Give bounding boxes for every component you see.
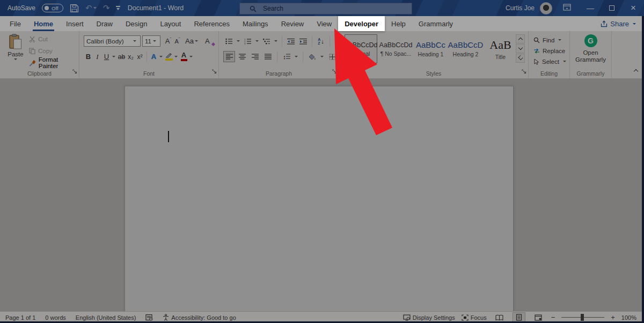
maximize-icon bbox=[609, 5, 614, 11]
shading-button[interactable] bbox=[306, 51, 318, 62]
zoom-out-button[interactable]: − bbox=[551, 313, 555, 321]
style-title[interactable]: AaB Title bbox=[484, 34, 517, 63]
font-size-combobox[interactable]: 11 bbox=[142, 35, 160, 47]
font-color-button[interactable]: A bbox=[179, 51, 188, 62]
save-button[interactable] bbox=[70, 0, 79, 16]
cut-button[interactable]: Cut bbox=[29, 34, 79, 44]
line-spacing-button[interactable]: ↕ bbox=[281, 51, 292, 62]
decrease-indent-button[interactable] bbox=[285, 35, 297, 47]
align-center-button[interactable] bbox=[236, 51, 248, 62]
align-right-button[interactable] bbox=[249, 51, 261, 62]
align-left-button[interactable] bbox=[223, 51, 235, 62]
zoom-slider-thumb[interactable] bbox=[581, 314, 584, 321]
read-mode-icon bbox=[495, 314, 503, 321]
strikethrough-button[interactable]: ab bbox=[117, 51, 126, 62]
collapse-ribbon-button[interactable] bbox=[634, 65, 638, 75]
numbered-list-icon: 123 bbox=[244, 38, 252, 45]
highlighter-icon bbox=[165, 53, 172, 58]
maximize-button[interactable] bbox=[601, 0, 623, 16]
zoom-slider[interactable] bbox=[561, 317, 604, 318]
ribbon-display-options-button[interactable] bbox=[563, 3, 571, 13]
tab-review[interactable]: Review bbox=[275, 16, 311, 31]
open-grammarly-button[interactable]: G Open Grammarly bbox=[570, 34, 611, 63]
shrink-font-button[interactable]: Aˇ bbox=[173, 35, 182, 47]
text-highlight-button[interactable] bbox=[164, 51, 173, 62]
display-settings-label: Display Settings bbox=[413, 314, 455, 321]
underline-button[interactable]: U bbox=[102, 51, 111, 62]
superscript-button[interactable]: x² bbox=[135, 51, 144, 62]
highlight-color-swatch bbox=[165, 58, 173, 61]
dialog-launcher-icon bbox=[212, 69, 217, 74]
focus-icon bbox=[462, 314, 469, 321]
focus-button[interactable]: Focus bbox=[462, 314, 487, 321]
accessibility-status-button[interactable]: Accessibility: Good to go bbox=[163, 314, 236, 321]
find-button[interactable]: Find bbox=[533, 35, 563, 45]
tab-insert[interactable]: Insert bbox=[60, 16, 90, 31]
zoom-in-button[interactable]: + bbox=[611, 313, 615, 321]
italic-button[interactable]: I bbox=[93, 51, 102, 62]
text-effects-button[interactable]: A bbox=[149, 51, 158, 62]
tab-home[interactable]: Home bbox=[27, 16, 60, 31]
justify-button[interactable] bbox=[262, 51, 274, 62]
user-name[interactable]: Curtis Joe bbox=[506, 4, 535, 12]
paste-button[interactable]: Paste bbox=[4, 34, 27, 75]
font-dialog-launcher[interactable] bbox=[212, 67, 217, 76]
select-button[interactable]: Select bbox=[533, 56, 568, 67]
decrease-indent-icon bbox=[287, 38, 295, 45]
language-indicator[interactable]: English (United States) bbox=[76, 314, 136, 321]
find-icon bbox=[533, 37, 540, 43]
tab-draw[interactable]: Draw bbox=[90, 16, 119, 31]
focus-label: Focus bbox=[471, 314, 487, 321]
find-label: Find bbox=[543, 37, 554, 43]
word-count[interactable]: 0 words bbox=[45, 314, 66, 321]
chevron-down-icon bbox=[112, 56, 115, 57]
select-cursor-icon bbox=[533, 58, 539, 65]
minimize-button[interactable]: — bbox=[580, 0, 601, 16]
styles-gallery-more-button[interactable] bbox=[516, 54, 525, 63]
grow-font-button[interactable]: Aˆ bbox=[164, 35, 173, 47]
styles-dialog-launcher[interactable] bbox=[522, 67, 526, 76]
text-cursor bbox=[168, 131, 169, 142]
copy-button[interactable]: Copy bbox=[29, 46, 79, 56]
numbering-button[interactable]: 123 bbox=[242, 35, 254, 47]
undo-button[interactable]: ↶ bbox=[85, 0, 97, 16]
change-case-button[interactable]: Aa bbox=[185, 35, 200, 47]
proofing-icon bbox=[145, 314, 153, 321]
tab-references[interactable]: References bbox=[187, 16, 236, 31]
grammarly-logo-icon: G bbox=[584, 34, 597, 47]
search-input[interactable]: Search bbox=[239, 3, 412, 14]
subscript-button[interactable]: x₂ bbox=[126, 51, 135, 62]
display-settings-button[interactable]: Display Settings bbox=[403, 314, 455, 321]
tab-design[interactable]: Design bbox=[119, 16, 153, 31]
bold-button[interactable]: B bbox=[84, 51, 93, 62]
styles-scroll-down-button[interactable] bbox=[516, 44, 525, 53]
bullets-button[interactable] bbox=[223, 35, 235, 47]
zoom-level[interactable]: 100% bbox=[621, 314, 636, 321]
share-label: Share bbox=[610, 20, 629, 28]
proofing-status-button[interactable] bbox=[145, 314, 153, 321]
group-editing: Find Replace Select Editing bbox=[529, 31, 570, 78]
chevron-down-icon bbox=[159, 56, 163, 57]
multilevel-list-button[interactable] bbox=[261, 35, 273, 47]
page-indicator[interactable]: Page 1 of 1 bbox=[5, 314, 35, 321]
share-button[interactable]: Share bbox=[601, 16, 638, 31]
web-layout-icon bbox=[535, 314, 542, 321]
paste-label: Paste bbox=[8, 51, 23, 57]
tab-grammarly[interactable]: Grammarly bbox=[412, 16, 459, 31]
replace-button[interactable]: Replace bbox=[533, 46, 565, 56]
tab-file[interactable]: File bbox=[3, 16, 27, 31]
increase-indent-button[interactable] bbox=[297, 35, 309, 47]
avatar[interactable] bbox=[540, 2, 552, 14]
clear-formatting-button[interactable]: A bbox=[203, 35, 212, 47]
autosave-toggle[interactable]: Off bbox=[42, 4, 63, 12]
styles-scroll-up-button[interactable] bbox=[516, 34, 525, 43]
tab-mailings[interactable]: Mailings bbox=[236, 16, 275, 31]
font-family-combobox[interactable]: Calibri (Body) bbox=[84, 35, 141, 47]
tab-layout[interactable]: Layout bbox=[153, 16, 187, 31]
clipboard-dialog-launcher[interactable] bbox=[72, 67, 77, 76]
style-heading-2[interactable]: AaBbCcD Heading 2 bbox=[449, 34, 482, 63]
style-heading-1[interactable]: AaBbCc Heading 1 bbox=[414, 34, 447, 63]
autosave-label: AutoSave bbox=[8, 4, 35, 12]
format-painter-button[interactable]: Format Painter bbox=[29, 58, 79, 68]
close-button[interactable]: × bbox=[623, 0, 644, 16]
